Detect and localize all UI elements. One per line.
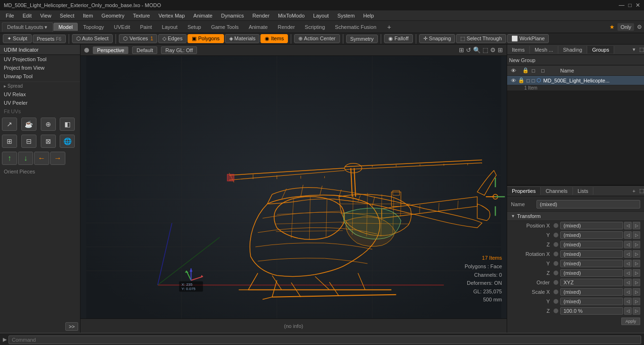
apply-all-button[interactable]: Apply: [621, 318, 640, 325]
menu-geometry[interactable]: Geometry: [98, 12, 128, 19]
viewport-canvas[interactable]: X: 235 Y: 0.075 17 Items Polygons : Face…: [80, 56, 507, 318]
viewport-icon-4[interactable]: ⬚: [483, 46, 488, 54]
uv-projection-tool[interactable]: UV Projection Tool: [0, 55, 80, 64]
scale-x-btn2[interactable]: ▷: [633, 288, 640, 296]
maximize-button[interactable]: □: [628, 2, 632, 9]
rotation-x-btn[interactable]: ◁: [624, 250, 632, 258]
rotation-x-btn2[interactable]: ▷: [633, 250, 640, 258]
perspective-button[interactable]: Perspective: [93, 46, 128, 54]
falloff-button[interactable]: ◉ Falloff: [384, 34, 413, 43]
edges-button[interactable]: ◇ Edges: [158, 34, 187, 43]
position-x-btn2[interactable]: ▷: [633, 222, 640, 229]
rotation-y-btn[interactable]: ◁: [624, 260, 632, 267]
rotation-z-btn[interactable]: ◁: [624, 269, 632, 277]
menu-item[interactable]: Item: [79, 12, 97, 19]
transform-section-header[interactable]: ▼ Transform: [507, 211, 644, 221]
close-button[interactable]: ✕: [635, 2, 640, 9]
rotation-z-dot[interactable]: [554, 271, 558, 275]
scale-z-dot[interactable]: [554, 309, 558, 313]
menu-animate[interactable]: Animate: [189, 12, 216, 19]
expand-panel-button[interactable]: >>: [65, 322, 78, 331]
rotation-y-value[interactable]: (mixed): [560, 260, 623, 267]
viewport-icon-3[interactable]: 🔍: [473, 46, 481, 54]
materials-button[interactable]: ◈ Materials: [225, 34, 260, 43]
menu-vertex-map[interactable]: Vertex Map: [155, 12, 189, 19]
orient-pieces-button[interactable]: Orient Pieces: [0, 167, 80, 176]
props-add-tab[interactable]: +: [630, 187, 638, 195]
groups-tab[interactable]: Groups: [587, 46, 614, 54]
properties-tab[interactable]: Properties: [507, 187, 541, 195]
props-expand-icon[interactable]: ⬚: [639, 188, 644, 194]
viewport-icon-6[interactable]: ⊞: [498, 46, 503, 54]
scale-x-btn[interactable]: ◁: [624, 288, 632, 296]
arrow-right-icon[interactable]: →: [50, 152, 65, 165]
unwrap-tool[interactable]: Unwrap Tool: [0, 72, 80, 81]
position-x-dot[interactable]: [554, 223, 558, 228]
position-x-value[interactable]: (mixed): [560, 222, 623, 229]
layout-tab-schematic[interactable]: Schematic Fusion: [330, 23, 381, 31]
scale-y-btn2[interactable]: ▷: [633, 298, 640, 305]
menu-render[interactable]: Render: [249, 12, 273, 19]
grid-icon-4[interactable]: 🌐: [60, 135, 75, 148]
position-z-btn2[interactable]: ▷: [633, 241, 640, 248]
scale-y-dot[interactable]: [554, 299, 558, 304]
position-z-btn[interactable]: ◁: [624, 241, 632, 248]
item-sel-icon[interactable]: □: [532, 78, 535, 83]
rotation-y-btn2[interactable]: ▷: [633, 260, 640, 267]
item-lock-icon[interactable]: 🔒: [518, 77, 525, 83]
arrow-left-icon[interactable]: ←: [34, 152, 49, 165]
symmetry-button[interactable]: Symmetry: [346, 35, 378, 43]
tool-icon-2[interactable]: ☕: [21, 118, 36, 131]
menu-texture[interactable]: Texture: [129, 12, 154, 19]
tool-icon-1[interactable]: ↗: [2, 118, 17, 131]
command-input[interactable]: [9, 336, 641, 344]
viewport-icon-2[interactable]: ↺: [466, 46, 471, 54]
add-tab-button[interactable]: ▾: [630, 45, 638, 54]
layout-tab-paint[interactable]: Paint: [135, 23, 157, 31]
menu-dynamics[interactable]: Dynamics: [217, 12, 248, 19]
layout-tab-scripting[interactable]: Scripting: [300, 23, 330, 31]
order-btn2[interactable]: ▷: [633, 279, 640, 286]
layout-tab-animate[interactable]: Animate: [244, 23, 272, 31]
scale-z-value[interactable]: 100.0 %: [560, 307, 623, 315]
order-value[interactable]: XYZ: [560, 279, 623, 286]
menu-edit[interactable]: Edit: [19, 12, 36, 19]
grid-icon-1[interactable]: ⊞: [2, 135, 17, 148]
rotation-z-value[interactable]: (mixed): [560, 269, 623, 277]
uv-peeler-tool[interactable]: UV Peeler: [0, 99, 80, 107]
scale-x-value[interactable]: (mixed): [560, 288, 623, 296]
channels-tab[interactable]: Channels: [541, 187, 572, 195]
scale-y-btn[interactable]: ◁: [624, 298, 632, 305]
position-z-value[interactable]: (mixed): [560, 241, 623, 248]
order-dot[interactable]: [554, 280, 558, 285]
viewport-icon-5[interactable]: ⚙: [490, 46, 496, 54]
layout-tab-render[interactable]: Render: [273, 23, 299, 31]
select-through-button[interactable]: ⬚ Select Through: [456, 34, 506, 43]
fit-uvs-tool[interactable]: Fit UVs: [0, 107, 80, 116]
menu-view[interactable]: View: [36, 12, 55, 19]
layout-tab-topology[interactable]: Topology: [78, 23, 108, 31]
grid-icon-3[interactable]: ⊠: [41, 135, 56, 148]
layout-add-button[interactable]: +: [384, 22, 395, 32]
position-y-value[interactable]: (mixed): [560, 231, 623, 239]
scale-z-btn[interactable]: ◁: [624, 307, 632, 315]
item-render-icon[interactable]: □: [527, 78, 530, 83]
tool-icon-4[interactable]: ◧: [60, 118, 75, 131]
scale-z-btn2[interactable]: ▷: [633, 307, 640, 315]
menu-layout[interactable]: Layout: [309, 12, 332, 19]
uv-relax-tool[interactable]: UV Relax: [0, 90, 80, 99]
menu-select[interactable]: Select: [56, 12, 78, 19]
menu-file[interactable]: File: [2, 12, 18, 19]
minimize-button[interactable]: —: [619, 2, 625, 9]
layout-tab-model[interactable]: Model: [54, 23, 78, 31]
new-group-button[interactable]: New Group: [509, 57, 536, 63]
grid-icon-2[interactable]: ⊟: [21, 135, 36, 148]
lists-tab[interactable]: Lists: [573, 187, 594, 195]
items-tab[interactable]: Items: [507, 46, 530, 54]
menu-help[interactable]: Help: [359, 12, 378, 19]
menu-system[interactable]: System: [333, 12, 358, 19]
rotation-x-dot[interactable]: [554, 252, 558, 256]
mesh-tab[interactable]: Mesh ...: [530, 46, 558, 54]
sculpt-button[interactable]: ✦ Sculpt: [3, 34, 32, 43]
order-btn[interactable]: ◁: [624, 279, 632, 286]
